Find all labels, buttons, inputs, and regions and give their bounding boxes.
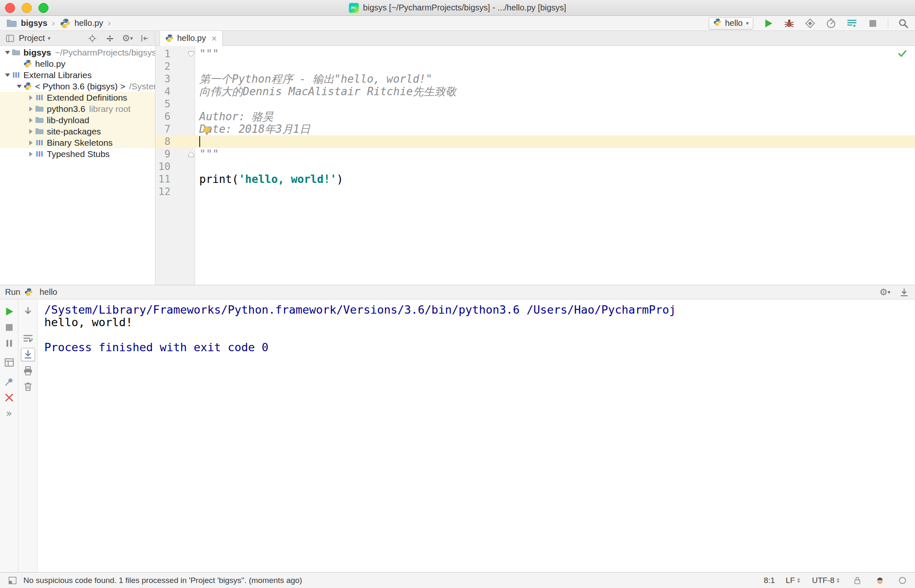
minimize-window-button[interactable] [22,3,32,13]
line-number[interactable]: 1 [155,48,170,60]
line-number[interactable]: 8 [155,136,170,147]
run-button[interactable] [762,18,774,29]
line-number[interactable]: 6 [155,111,170,122]
code-editor[interactable]: 1"""23第一个Python程序 - 输出"hello, world!"4向伟… [155,46,915,285]
more-actions-button[interactable]: » [3,407,15,420]
collapse-all-button[interactable]: ÷ [104,33,116,44]
code-line-2[interactable]: 2 [155,60,915,73]
project-tool-window: Project ▾ ÷ ⚙▾ bigsys~/PycharmProjects/b… [0,31,155,285]
code-line-4[interactable]: 4向伟大的Dennis MacAlistair Ritchie先生致敬 [155,85,915,98]
close-tab-icon[interactable]: × [211,34,217,43]
profiler-button[interactable] [825,18,837,29]
line-number[interactable]: 5 [155,98,170,110]
code-line-7[interactable]: 7Date: 2018年3月1日 [155,123,915,135]
settings-gear-button[interactable]: ⚙▾ [122,33,133,44]
line-number[interactable]: 4 [155,86,170,97]
tree-collapsed-arrow-icon[interactable] [27,106,35,112]
tree-collapsed-arrow-icon[interactable] [27,118,35,123]
line-number[interactable]: 12 [155,186,170,198]
project-panel-title[interactable]: Project [19,33,45,43]
pyfile-icon [23,59,32,68]
locate-file-button[interactable] [86,33,98,44]
inspections-profile-icon[interactable] [874,575,886,586]
hide-panel-button[interactable] [898,286,910,298]
run-panel-title[interactable]: Run [5,287,20,297]
coverage-button[interactable] [804,18,816,29]
encoding-selector[interactable]: UTF-8⇕ [812,576,841,585]
console-output[interactable]: /System/Library/Frameworks/Python.framew… [38,299,915,572]
tree-item-site-packages[interactable]: site-packages [0,126,155,137]
chevron-down-icon[interactable]: ▾ [48,35,51,41]
tree-item-lib-dynload[interactable]: lib-dynload [0,114,155,126]
inspections-ok-icon[interactable] [897,48,907,61]
project-tree[interactable]: bigsys~/PycharmProjects/bigsyshello.pyEx… [0,46,155,285]
close-window-button[interactable] [5,3,15,13]
code-line-12[interactable]: 12 [155,185,915,198]
line-separator-selector[interactable]: LF⇕ [786,576,801,585]
line-number[interactable]: 2 [155,61,170,72]
line-number[interactable]: 10 [155,161,170,172]
stop-button[interactable] [867,18,879,29]
tree-collapsed-arrow-icon[interactable] [27,95,35,100]
tree-item-binary-skeletons[interactable]: Binary Skeletons [0,137,155,148]
run-config-selector[interactable]: hello ▾ [709,17,753,30]
code-line-10[interactable]: 10 [155,160,915,173]
tree-expanded-arrow-icon[interactable] [15,85,23,88]
tree-item-external-libraries[interactable]: External Libraries [0,69,155,81]
tree-item-hello-py[interactable]: hello.py [0,58,155,69]
tab-hello-py[interactable]: hello.py × [160,31,223,46]
code-line-6[interactable]: 6Author: 骆昊 [155,110,915,123]
clear-all-button[interactable] [22,380,34,393]
readonly-lock-icon[interactable] [851,575,863,586]
console-button[interactable] [846,18,858,29]
print-button[interactable] [22,365,34,377]
stop-button[interactable] [3,321,15,334]
code-line-8[interactable]: 8 [155,135,915,148]
code-line-5[interactable]: 5 [155,98,915,110]
scroll-to-end-button[interactable] [21,348,35,361]
line-number[interactable]: 7 [155,123,170,135]
caret-position[interactable]: 8:1 [764,576,775,585]
code-text [195,136,199,147]
soft-wrap-button[interactable] [22,332,34,345]
tree-collapsed-arrow-icon[interactable] [27,129,35,134]
code-line-3[interactable]: 3第一个Python程序 - 输出"hello, world!" [155,73,915,85]
line-number[interactable]: 9 [155,148,170,160]
lib-icon [35,150,44,158]
close-panel-button[interactable] [3,391,15,404]
window-title-group: PC bigsys [~/PycharmProjects/bigsys] - .… [349,3,566,13]
pause-output-button[interactable] [3,337,15,350]
breadcrumb-hello-py[interactable]: hello.py [74,18,103,28]
debug-button[interactable] [783,18,795,29]
line-number[interactable]: 3 [155,73,170,85]
intention-bulb-icon[interactable] [201,125,212,139]
settings-gear-button[interactable]: ⚙▾ [879,286,891,298]
code-line-1[interactable]: 1""" [155,48,915,60]
zoom-window-button[interactable] [38,3,48,13]
code-line-11[interactable]: 11print('hello, world!') [155,173,915,185]
tree-item-python3-6[interactable]: python3.6library root [0,103,155,114]
tree-item-bigsys[interactable]: bigsys~/PycharmProjects/bigsys [0,47,155,58]
tree-item-typeshed-stubs[interactable]: Typeshed Stubs [0,148,155,160]
restore-layout-button[interactable] [3,356,15,369]
code-line-9[interactable]: 9""" [155,148,915,160]
search-everywhere-button[interactable] [897,18,909,29]
tree-collapsed-arrow-icon[interactable] [27,140,35,145]
down-stack-button[interactable] [22,305,34,318]
tree-expanded-arrow-icon[interactable] [3,74,12,77]
rerun-button[interactable] [3,305,15,318]
tree-item-python-3-6-bigsys[interactable]: < Python 3.6 (bigsys) >/System [0,81,155,92]
toolwindow-switcher-icon[interactable] [7,575,18,586]
fold-marker-icon[interactable] [170,151,195,157]
breadcrumb-bigsys[interactable]: bigsys [21,18,47,28]
hide-panel-button[interactable] [139,33,151,44]
token: 向伟大的Dennis MacAlistair Ritchie先生致敬 [199,84,456,99]
tree-collapsed-arrow-icon[interactable] [27,152,35,157]
tree-item-extended-definitions[interactable]: Extended Definitions [0,92,155,103]
folder-icon [6,18,18,29]
console-line: /System/Library/Frameworks/Python.framew… [44,304,915,316]
pin-tab-button[interactable] [3,375,15,388]
fold-marker-icon[interactable] [170,51,195,57]
tree-expanded-arrow-icon[interactable] [3,51,12,54]
line-number[interactable]: 11 [155,173,170,185]
